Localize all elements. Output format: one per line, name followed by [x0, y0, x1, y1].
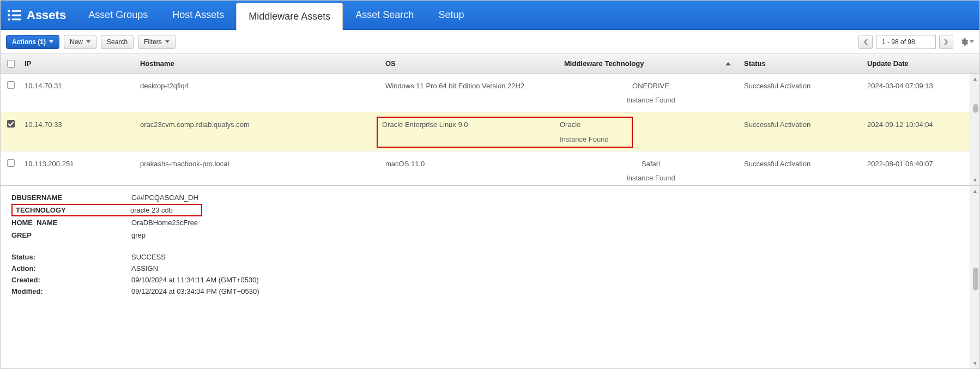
col-hostname[interactable]: Hostname — [137, 59, 382, 68]
cell-update-date: 2022-08-01 06:40:07 — [864, 159, 967, 169]
actions-button[interactable]: Actions (1) — [6, 35, 59, 49]
details-panel: DBUSERNAME C##PCQASCAN_DH TECHNOLOGY ora… — [1, 186, 979, 368]
detail-action-value: ASSIGN — [131, 264, 158, 273]
select-all-checkbox[interactable] — [7, 60, 15, 68]
table-row[interactable]: 10.14.70.31 desktop-t2qfiq4 Windows 11 P… — [1, 74, 979, 112]
cell-hostname: orac23cvm.comp.rdlab.qualys.com — [137, 120, 382, 130]
detail-status-label: Status: — [11, 253, 131, 261]
filters-button[interactable]: Filters — [138, 35, 176, 49]
col-os[interactable]: OS — [382, 59, 561, 68]
details-metadata: Status: SUCCESS Action: ASSIGN Created: … — [11, 251, 979, 297]
detail-prop-row: DBUSERNAME C##PCQASCAN_DH — [11, 191, 207, 204]
cell-tech-sub: Instance Found — [626, 173, 675, 183]
detail-modified-label: Modified: — [11, 287, 131, 295]
detail-modified-value: 09/12/2024 at 03:34:04 PM (GMT+0530) — [131, 287, 259, 295]
detail-prop-label: HOME_NAME — [11, 216, 131, 229]
details-scrollbar[interactable]: ▲ ▼ — [970, 186, 979, 368]
filters-label: Filters — [144, 38, 162, 46]
detail-action-label: Action: — [11, 264, 131, 273]
sort-ascending-icon — [725, 62, 731, 65]
cell-hostname: desktop-t2qfiq4 — [137, 81, 382, 91]
col-tech[interactable]: Middleware Technology — [561, 59, 741, 68]
cell-status: Successful Activation — [741, 159, 864, 169]
page-next-button[interactable] — [939, 35, 953, 49]
new-label: New — [70, 38, 83, 46]
search-label: Search — [107, 38, 128, 46]
tab-middleware assets[interactable]: Middleware Assets — [236, 3, 343, 30]
scroll-down-icon[interactable]: ▼ — [972, 177, 978, 183]
tab-setup[interactable]: Setup — [426, 1, 476, 29]
table-scrollbar[interactable]: ▲ ▼ — [970, 74, 979, 185]
col-ip[interactable]: IP — [21, 59, 137, 68]
cell-update-date: 2024-03-04 07:09:13 — [864, 81, 967, 91]
tab-label: Asset Groups — [88, 9, 148, 21]
cell-tech-sub: Instance Found — [560, 135, 625, 144]
tab-host assets[interactable]: Host Assets — [160, 1, 236, 29]
detail-prop-row: TECHNOLOGY oracle 23 cdb — [11, 204, 207, 216]
col-update-date[interactable]: Update Date — [864, 59, 967, 68]
cell-ip: 10.14.70.33 — [21, 120, 137, 130]
chevron-down-icon — [86, 40, 90, 43]
brand-assets[interactable]: Assets — [1, 1, 76, 29]
detail-prop-value: grep — [131, 229, 207, 241]
pager: 1 - 98 of 98 — [858, 35, 974, 49]
svg-point-2 — [8, 14, 10, 16]
cell-tech-name: ONEDRIVE — [632, 81, 669, 91]
row-checkbox[interactable] — [7, 81, 15, 89]
table-body: 10.14.70.31 desktop-t2qfiq4 Windows 11 P… — [1, 74, 979, 186]
svg-point-4 — [8, 18, 10, 20]
cell-update-date: 2024-09-12 10:04:04 — [864, 120, 967, 130]
scroll-up-icon[interactable]: ▲ — [972, 76, 978, 82]
cell-tech-name: Safari — [642, 159, 660, 169]
cell-ip: 10.14.70.31 — [21, 81, 137, 91]
row-checkbox[interactable] — [7, 159, 15, 167]
settings-gear-button[interactable] — [960, 35, 974, 49]
tab-label: Setup — [438, 9, 464, 21]
detail-prop-value: oracle 23 cdb — [130, 206, 173, 214]
tab-asset groups[interactable]: Asset Groups — [76, 1, 160, 29]
detail-created-value: 09/10/2024 at 11:34:11 AM (GMT+0530) — [131, 276, 259, 284]
detail-prop-label: TECHNOLOGY — [16, 206, 130, 214]
table-row[interactable]: 10.113.200.251 prakashs-macbook-pro.loca… — [1, 152, 979, 186]
detail-status-value: SUCCESS — [131, 253, 166, 261]
new-button[interactable]: New — [64, 35, 96, 49]
scroll-up-icon[interactable]: ▲ — [972, 188, 978, 194]
svg-point-0 — [8, 10, 10, 12]
table-header: IP Hostname OS Middleware Technology Sta… — [1, 54, 979, 74]
cell-hostname: prakashs-macbook-pro.local — [137, 159, 382, 169]
tab-label: Middleware Assets — [249, 11, 330, 22]
app-window: Assets Asset GroupsHost AssetsMiddleware… — [0, 0, 980, 369]
scroll-thumb[interactable] — [973, 104, 978, 113]
tab-asset search[interactable]: Asset Search — [343, 1, 426, 29]
search-button[interactable]: Search — [101, 35, 134, 49]
col-tech-label: Middleware Technology — [564, 59, 644, 68]
detail-prop-value: C##PCQASCAN_DH — [131, 191, 207, 204]
toolbar: Actions (1) New Search Filters 1 - 98 of… — [1, 30, 979, 54]
cell-os: Oracle Enterprise Linux 9.0 — [382, 120, 560, 144]
detail-prop-label: GREP — [11, 229, 131, 241]
cell-status: Successful Activation — [741, 81, 864, 91]
scroll-down-icon[interactable]: ▼ — [972, 360, 978, 366]
detail-prop-label: DBUSERNAME — [11, 191, 131, 204]
page-range[interactable]: 1 - 98 of 98 — [876, 35, 936, 49]
svg-rect-1 — [12, 10, 21, 11]
cell-ip: 10.113.200.251 — [21, 159, 137, 169]
details-properties-table: DBUSERNAME C##PCQASCAN_DH TECHNOLOGY ora… — [11, 191, 207, 241]
cell-os: macOS 11.0 — [382, 159, 561, 169]
detail-prop-row: GREP grep — [11, 229, 207, 241]
table-row[interactable]: 10.14.70.33 orac23cvm.comp.rdlab.qualys.… — [1, 112, 979, 151]
scroll-thumb[interactable] — [973, 268, 978, 291]
chevron-down-icon — [970, 40, 974, 43]
row-checkbox[interactable] — [7, 120, 15, 128]
detail-prop-row: HOME_NAME OraDBHome23cFree — [11, 216, 207, 229]
chevron-down-icon — [165, 40, 170, 43]
tab-label: Host Assets — [172, 9, 224, 21]
actions-label: Actions (1) — [12, 38, 46, 46]
chevron-down-icon — [49, 40, 53, 43]
page-prev-button[interactable] — [858, 35, 873, 49]
col-status[interactable]: Status — [741, 59, 864, 68]
svg-rect-5 — [12, 18, 21, 20]
tab-label: Asset Search — [355, 9, 414, 21]
detail-created-label: Created: — [11, 276, 131, 284]
cell-status: Successful Activation — [741, 120, 864, 130]
